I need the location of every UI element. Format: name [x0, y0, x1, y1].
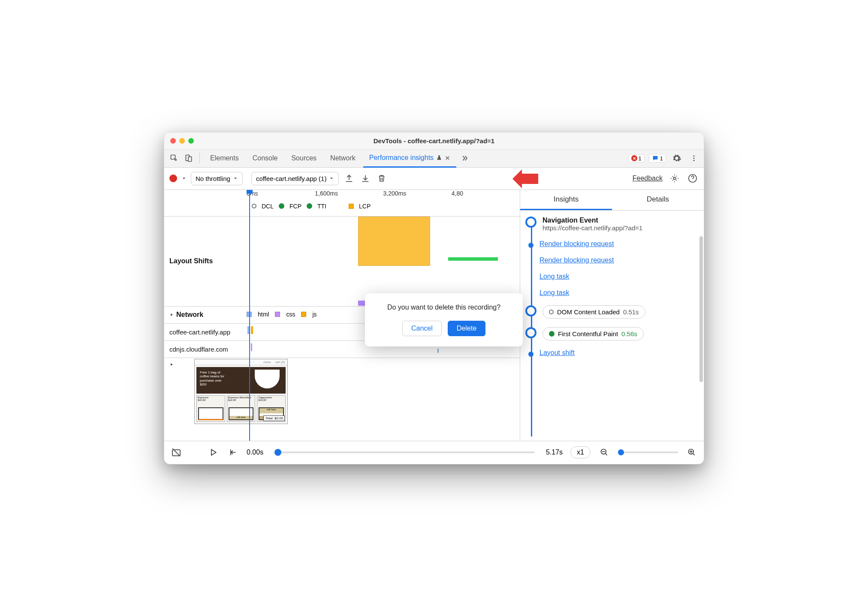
record-options-chevron-icon[interactable]	[181, 176, 187, 181]
footer: 0.00s 5.17s x1	[164, 441, 704, 464]
panel-settings-icon[interactable]	[669, 172, 681, 184]
tab-console[interactable]: Console	[247, 149, 284, 167]
throttling-value: No throttling	[196, 175, 230, 182]
insight-link[interactable]: Long task	[539, 273, 569, 280]
delete-confirmation-dialog: Do you want to delete this recording? Ca…	[365, 293, 523, 346]
svg-point-4	[693, 158, 695, 159]
export-icon[interactable]	[343, 172, 355, 184]
metric-label: DCL	[262, 203, 274, 210]
dcl-marker-icon	[252, 204, 256, 208]
minimize-window-button[interactable]	[179, 138, 185, 144]
toggle-screenshots-icon[interactable]	[170, 446, 182, 458]
annotation-arrow-icon	[512, 169, 538, 188]
more-tabs-icon[interactable]	[458, 152, 471, 165]
error-badge[interactable]: ✕1	[628, 154, 645, 163]
expand-icon	[169, 362, 174, 367]
timeline-scrubber[interactable]	[274, 452, 535, 453]
thumb-total: Total: $0.00	[263, 415, 285, 421]
insight-item[interactable]: Layout shift	[525, 349, 696, 357]
window-title: DevTools - coffee-cart.netlify.app/?ad=1	[164, 137, 704, 144]
layout-shift-bar[interactable]	[448, 257, 498, 261]
insight-item[interactable]: Long task	[525, 289, 696, 297]
close-tab-icon[interactable]	[445, 155, 450, 161]
tab-details[interactable]: Details	[612, 190, 704, 210]
insight-item[interactable]: Render blocking request	[525, 240, 696, 248]
kebab-menu-icon[interactable]	[687, 152, 700, 165]
ruler-tick: 0ms	[247, 190, 315, 201]
timeline-node-icon	[525, 305, 536, 316]
scrubber-thumb[interactable]	[274, 449, 281, 456]
insight-item[interactable]: Long task	[525, 273, 696, 280]
request-marker[interactable]	[437, 349, 439, 353]
close-window-button[interactable]	[170, 138, 176, 144]
zoom-window-button[interactable]	[188, 138, 194, 144]
timeline-dot-icon	[528, 352, 533, 357]
zoom-out-icon[interactable]	[598, 446, 610, 458]
settings-icon[interactable]	[670, 152, 683, 165]
playhead[interactable]	[249, 190, 250, 441]
inspect-element-icon[interactable]	[168, 152, 181, 165]
insight-link[interactable]: Render blocking request	[539, 256, 614, 264]
feedback-link[interactable]: Feedback	[633, 175, 663, 182]
throttling-dropdown[interactable]: No throttling	[191, 172, 243, 185]
tab-insights[interactable]: Insights	[520, 190, 612, 210]
device-toolbar-icon[interactable]	[182, 152, 195, 165]
insight-title: Navigation Event	[542, 217, 696, 224]
timeline-end-time: 5.17s	[546, 449, 563, 456]
track-label-network[interactable]: Network	[164, 307, 247, 323]
tab-elements[interactable]: Elements	[204, 149, 245, 167]
screenshot-thumbnail[interactable]: menucart (0) Free 1 bag of coffee beans …	[194, 359, 288, 424]
delete-icon[interactable]	[376, 172, 388, 184]
screenshots-track: menucart (0) Free 1 bag of coffee beans …	[164, 358, 520, 427]
right-pane: Insights Details Navigation Event https:…	[520, 190, 704, 441]
svg-point-3	[693, 155, 695, 157]
insight-item[interactable]: Render blocking request	[525, 256, 696, 264]
pill-text: First Contentful Paint	[558, 330, 618, 337]
scrollbar[interactable]	[699, 236, 703, 382]
insight-navigation[interactable]: Navigation Event https://coffee-cart.net…	[525, 217, 696, 232]
metric-label: FCP	[289, 203, 301, 210]
tti-marker-icon	[307, 203, 312, 209]
pill-time: 0.51s	[623, 308, 639, 316]
insight-fcp[interactable]: First Contentful Paint 0.56s	[525, 327, 696, 340]
chevron-down-icon	[233, 176, 238, 181]
tab-network[interactable]: Network	[324, 149, 362, 167]
record-button[interactable]	[169, 175, 177, 182]
flask-icon	[436, 155, 442, 161]
css-swatch-icon	[275, 312, 280, 317]
help-icon[interactable]	[687, 172, 699, 184]
fcp-marker-icon	[279, 203, 284, 209]
insights-timeline: Navigation Event https://coffee-cart.net…	[520, 211, 704, 441]
zoom-level[interactable]: x1	[570, 446, 591, 458]
insight-link[interactable]: Layout shift	[539, 349, 575, 356]
zoom-slider-thumb[interactable]	[618, 449, 624, 455]
time-ruler: 0ms 1,600ms 3,200ms 4,80 DCL FCP TTI LCP	[164, 190, 520, 217]
request-marker[interactable]	[251, 343, 252, 351]
insight-url: https://coffee-cart.netlify.app/?ad=1	[542, 224, 696, 232]
zoom-in-icon[interactable]	[686, 446, 698, 458]
lcp-block[interactable]	[358, 217, 430, 266]
tab-performance-insights[interactable]: Performance insights	[363, 150, 456, 168]
cancel-button[interactable]: Cancel	[402, 321, 442, 336]
insight-link[interactable]: Render blocking request	[539, 240, 614, 247]
net-type-label: js	[312, 311, 316, 318]
insight-link[interactable]: Long task	[539, 289, 569, 296]
dialog-message: Do you want to delete this recording?	[375, 304, 512, 311]
svg-rect-2	[188, 157, 192, 162]
go-to-start-icon[interactable]	[227, 446, 239, 458]
delete-button[interactable]: Delete	[448, 321, 485, 336]
tab-sources[interactable]: Sources	[285, 149, 322, 167]
request-marker[interactable]	[251, 326, 253, 334]
recording-selector-dropdown[interactable]: coffee-cart.netlify.app (1)	[251, 172, 339, 185]
host-label: cdnjs.cloudflare.com	[164, 341, 247, 357]
pill-text: DOM Content Loaded	[557, 308, 620, 316]
error-count: 1	[639, 155, 642, 162]
zoom-slider[interactable]	[618, 452, 678, 453]
insight-dcl[interactable]: DOM Content Loaded 0.51s	[525, 305, 696, 319]
play-icon[interactable]	[207, 446, 219, 458]
issues-badge[interactable]: 1	[649, 154, 666, 163]
import-icon[interactable]	[359, 172, 371, 184]
chevron-down-icon	[329, 176, 334, 181]
issues-count: 1	[660, 155, 663, 162]
metrics-legend: DCL FCP TTI LCP	[252, 203, 371, 210]
